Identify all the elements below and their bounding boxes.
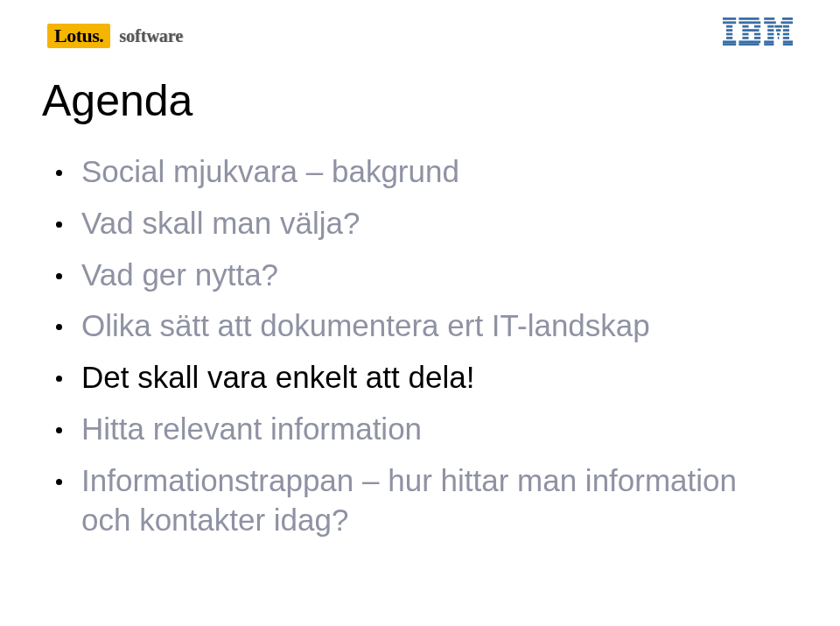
svg-rect-20	[782, 18, 793, 20]
list-item-text: Social mjukvara – bakgrund	[81, 152, 774, 192]
svg-rect-16	[754, 37, 760, 39]
svg-rect-32	[767, 37, 774, 39]
svg-rect-4	[726, 33, 732, 36]
lotus-logo: Lotus. software	[47, 23, 183, 49]
svg-rect-25	[783, 25, 789, 28]
svg-rect-38	[783, 43, 793, 46]
svg-rect-36	[783, 40, 793, 43]
bullet-dot-icon	[56, 376, 62, 382]
bullet-dot-icon	[56, 324, 62, 330]
list-item: Social mjukvara – bakgrund	[56, 152, 774, 192]
svg-rect-11	[754, 25, 760, 28]
slide: Lotus. software	[0, 0, 840, 626]
list-item: Det skall vara enkelt att dela!	[56, 358, 774, 397]
svg-rect-30	[777, 33, 780, 36]
svg-rect-27	[776, 29, 781, 32]
svg-rect-17	[738, 40, 760, 43]
svg-rect-5	[726, 37, 732, 39]
svg-rect-19	[764, 18, 774, 20]
svg-rect-2	[726, 25, 732, 28]
bullet-dot-icon	[56, 479, 62, 485]
svg-rect-35	[764, 40, 774, 43]
svg-rect-31	[783, 33, 789, 36]
svg-rect-15	[742, 37, 748, 39]
page-title: Agenda	[42, 75, 192, 126]
svg-rect-22	[780, 21, 793, 24]
svg-rect-14	[754, 33, 760, 36]
list-item: Hitta relevant information	[56, 410, 774, 449]
svg-rect-24	[774, 25, 782, 28]
svg-rect-10	[742, 25, 748, 28]
list-item-text: Informationstrappan – hur hittar man inf…	[81, 461, 774, 540]
list-item: Informationstrappan – hur hittar man inf…	[56, 461, 774, 540]
lotus-software-text: software	[119, 26, 183, 46]
svg-rect-34	[783, 37, 789, 39]
svg-rect-7	[723, 43, 736, 46]
list-item: Vad ger nytta?	[56, 256, 774, 295]
ibm-logo-icon	[723, 18, 793, 46]
svg-rect-9	[738, 21, 760, 24]
lotus-badge: Lotus.	[47, 24, 110, 48]
list-item: Olika sätt att dokumentera ert IT-landsk…	[56, 306, 774, 346]
svg-rect-18	[738, 43, 759, 46]
svg-rect-0	[723, 18, 736, 20]
svg-rect-23	[767, 25, 774, 28]
ibm-logo	[723, 18, 793, 49]
list-item-text: Vad skall man välja?	[81, 204, 774, 243]
svg-rect-28	[783, 29, 789, 32]
list-item-text: Vad ger nytta?	[81, 256, 774, 295]
bullet-dot-icon	[56, 273, 62, 279]
list-item-text: Det skall vara enkelt att dela!	[81, 358, 774, 397]
bullet-list: Social mjukvara – bakgrundVad skall man …	[56, 152, 774, 552]
list-item-text: Olika sätt att dokumentera ert IT-landsk…	[81, 306, 774, 346]
svg-rect-6	[723, 40, 736, 43]
svg-rect-12	[742, 29, 759, 32]
bullet-dot-icon	[56, 427, 62, 433]
svg-rect-29	[767, 33, 774, 36]
svg-rect-26	[767, 29, 774, 32]
svg-rect-1	[723, 21, 736, 24]
svg-rect-37	[764, 43, 774, 46]
svg-rect-33	[778, 37, 780, 39]
bullet-dot-icon	[56, 170, 62, 176]
svg-rect-3	[726, 29, 732, 32]
svg-rect-21	[764, 21, 776, 24]
bullet-dot-icon	[56, 222, 62, 228]
svg-rect-13	[742, 33, 748, 36]
svg-rect-8	[738, 18, 759, 20]
list-item-text: Hitta relevant information	[81, 410, 774, 449]
list-item: Vad skall man välja?	[56, 204, 774, 243]
